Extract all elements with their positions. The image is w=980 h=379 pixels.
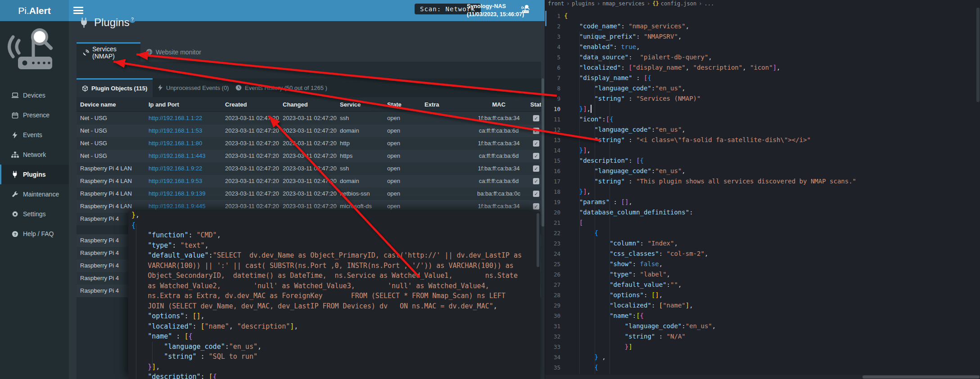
column-header-mac[interactable]: MAC — [468, 98, 529, 111]
hamburger-menu-icon[interactable] — [73, 7, 83, 14]
sidebar-menu: DevicesPresenceEventsNetworkPluginsMaint… — [0, 85, 69, 244]
overlay-code-line: }, — [131, 211, 140, 220]
line-number: 14 — [545, 145, 560, 156]
overlay-code-line: "name" : [{ — [131, 331, 192, 342]
tab-services-nmap[interactable]: Services (NMAP) — [77, 42, 140, 62]
column-header-created[interactable]: Created — [225, 98, 281, 111]
table-row: Net - USGhttp://192.168.1.1:222023-03-11… — [77, 112, 541, 125]
breadcrumb-item[interactable]: ... — [705, 0, 714, 7]
editor-hscrollbar[interactable] — [545, 375, 980, 379]
ip-port-link[interactable]: http://192.168.1.9:53 — [149, 178, 202, 184]
line-number: 22 — [545, 228, 560, 238]
status-checkbox[interactable]: ✓ — [533, 165, 539, 172]
cell-device-name: Net - USG — [80, 125, 147, 137]
line-number: 7 — [545, 73, 560, 83]
editor-line: 22 { — [545, 228, 980, 238]
ip-port-link[interactable]: http://192.168.1.1:53 — [149, 127, 202, 134]
sidebar-item-help-faq[interactable]: ?Help / FAQ — [0, 224, 69, 244]
sidebar-item-network[interactable]: Network — [0, 145, 69, 165]
cell-created: 2023-03-11 02:47:20 — [225, 200, 281, 213]
overlay-code-line: VARCHAR(100)) || ':' || cast( SUBSTR(ns.… — [131, 261, 514, 271]
column-header-state[interactable]: State — [387, 98, 423, 111]
column-header-service[interactable]: Service — [340, 98, 385, 111]
help-badge[interactable]: ? — [129, 17, 135, 23]
column-header-extra[interactable]: Extra — [425, 98, 467, 111]
sidebar-item-maintenance[interactable]: Maintenance — [0, 184, 69, 204]
line-number: 9 — [545, 94, 560, 104]
tab-events-history[interactable]: Events History (50 out of 1265 ) — [235, 78, 331, 97]
cell-mac: 1f:ba:ff:ca:ba:34 — [468, 200, 529, 213]
status-checkbox[interactable]: ✓ — [533, 140, 539, 147]
ip-port-link[interactable]: http://192.168.1.1:22 — [149, 115, 202, 121]
ip-port-link[interactable]: http://192.168.1.9:445 — [149, 203, 206, 210]
line-number: 10 — [545, 104, 560, 114]
status-checkbox[interactable]: ✓ — [533, 178, 539, 184]
breadcrumb-item[interactable]: front — [548, 0, 564, 7]
editor-line: 25 "show": false, — [545, 259, 980, 269]
cell-device-name: Raspberry Pi 4 LAN — [80, 187, 147, 200]
tab-unprocessed-events[interactable]: Unprocessed Events (0) — [158, 78, 234, 97]
sidebar-item-settings[interactable]: Settings — [0, 204, 69, 224]
overlay-code-line: Object_SecondaryID, datetime() as DateTi… — [131, 271, 518, 281]
device-name: Synology-NAS — [467, 2, 524, 10]
cell-extra — [425, 125, 467, 137]
line-number: 5 — [545, 52, 560, 62]
table-row: Raspberry Pi 4 LANhttp://192.168.1.9:445… — [77, 200, 541, 213]
sidebar-item-plugins[interactable]: Plugins — [0, 165, 69, 184]
table-scrollbar[interactable] — [541, 78, 545, 379]
sidebar-item-label: Devices — [23, 92, 45, 99]
sidebar-item-presence[interactable]: Presence — [0, 105, 69, 125]
editor-vscrollbar[interactable] — [975, 8, 980, 379]
brand-logo[interactable]: Pi.Alert — [0, 0, 69, 21]
ip-port-link[interactable]: http://192.168.1.9:22 — [149, 165, 202, 172]
sidebar-item-devices[interactable]: Devices — [0, 85, 69, 105]
clock-icon — [235, 85, 242, 91]
sidebar-item-label: Events — [23, 131, 42, 138]
cell-device-name: Net - USG — [80, 150, 147, 162]
sidebar-item-events[interactable]: Events — [0, 125, 69, 145]
breadcrumb: front›plugins›nmap_services›{}config.jso… — [548, 0, 714, 8]
column-header-changed[interactable]: Changed — [283, 98, 339, 111]
sidebar-item-label: Settings — [23, 210, 46, 218]
breadcrumb-item[interactable]: plugins — [572, 0, 595, 7]
breadcrumb-item[interactable]: nmap_services — [602, 0, 645, 7]
overlay-scrollbar[interactable] — [537, 213, 539, 267]
code-overlay: },{ "function": "CMD", "type": "text", "… — [128, 211, 540, 379]
status-checkbox[interactable]: ✓ — [533, 191, 539, 197]
tab-plugin-objects[interactable]: Plugin Objects (115) — [77, 78, 153, 97]
pialert-logo — [5, 27, 63, 76]
ip-port-link[interactable]: http://192.168.1.1:443 — [149, 152, 206, 159]
breadcrumb-item[interactable]: config.json — [661, 0, 696, 7]
line-number: 15 — [545, 156, 560, 166]
plug-icon — [11, 171, 19, 178]
overlay-code-line: ns.Extra as Extra, dv.dev_MAC as Foreign… — [131, 291, 506, 301]
cube-icon — [82, 85, 88, 92]
status-checkbox[interactable]: ✓ — [533, 115, 539, 121]
code-editor[interactable]: front›plugins›nmap_services›{}config.jso… — [545, 0, 980, 379]
cell-device-name: Raspberry Pi 4 LAN — [80, 162, 147, 175]
table-row: Net - USGhttp://192.168.1.1:532023-03-11… — [77, 125, 541, 137]
cell-service: http — [340, 137, 385, 150]
tab-website-monitor[interactable]: Website monitor — [143, 42, 211, 62]
line-number: 20 — [545, 207, 560, 218]
cell-extra — [425, 137, 467, 150]
column-header-device-name[interactable]: Device name — [80, 98, 147, 111]
ip-port-link[interactable]: http://192.168.1.1:80 — [149, 140, 202, 147]
line-number: 25 — [545, 259, 560, 269]
sidebar: DevicesPresenceEventsNetworkPluginsMaint… — [0, 21, 69, 379]
status-checkbox[interactable]: ✓ — [533, 153, 539, 159]
line-number: 4 — [545, 42, 560, 52]
device-timestamp: (11/03/2023, 15:46:07) — [467, 10, 524, 18]
status-checkbox[interactable]: ✓ — [533, 203, 539, 210]
cell-service: domain — [340, 125, 385, 137]
line-number: 29 — [545, 300, 560, 311]
overlay-code-line: as Watched_Value2, 'null' as Watched_Val… — [131, 281, 489, 291]
column-header-ip-and-port[interactable]: Ip and Port — [149, 98, 223, 111]
status-checkbox[interactable]: ✓ — [533, 128, 539, 134]
cell-state: open — [387, 187, 423, 200]
ip-port-link[interactable]: http://192.168.1.9:139 — [149, 190, 206, 197]
svg-text:?: ? — [14, 232, 16, 236]
cell-extra — [425, 200, 467, 213]
editor-line: 5 "data_source": "pialert-db-query", — [545, 52, 980, 62]
line-number: 6 — [545, 62, 560, 73]
